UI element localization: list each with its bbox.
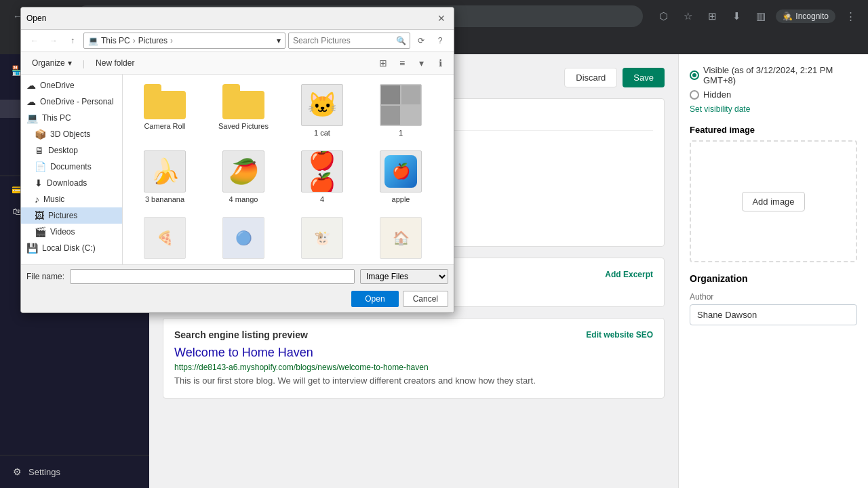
dialog-back-button[interactable]: ← xyxy=(26,33,43,49)
nav-local-disk[interactable]: 💾 Local Disk (C:) xyxy=(21,240,122,256)
search-icon: 🔍 xyxy=(396,36,406,45)
partial3-thumbnail: 🐮 xyxy=(301,217,343,259)
new-folder-button[interactable]: New folder xyxy=(90,57,140,69)
mango-thumbnail: 🥭 xyxy=(222,150,264,192)
nav-downloads[interactable]: ⬇ Downloads xyxy=(21,175,122,191)
file-item-4mango[interactable]: 🥭 4 mango xyxy=(207,146,280,207)
open-button[interactable]: Open xyxy=(351,291,398,307)
nav-onedrive[interactable]: ☁ OneDrive xyxy=(21,77,122,94)
dialog-file-area: Camera Roll Saved Pictures 🐱 xyxy=(123,75,454,264)
dialog-breadcrumb: 💻 This PC › Pictures › ▾ xyxy=(83,33,285,49)
organize-button[interactable]: Organize ▾ xyxy=(26,57,77,69)
videos-label: Videos xyxy=(50,227,75,237)
nav-videos[interactable]: 🎬 Videos xyxy=(21,224,122,240)
collage-label: 1 xyxy=(399,129,403,137)
file-item-partial3[interactable]: 🐮 xyxy=(285,213,359,263)
breadcrumb-icon: 💻 xyxy=(88,36,98,45)
filename-label: File name: xyxy=(26,272,64,281)
mango-label: 4 mango xyxy=(229,195,258,203)
breadcrumb-dropdown[interactable]: ▾ xyxy=(277,36,281,45)
file-item-4apples[interactable]: 🍎🍎 4 xyxy=(285,146,359,207)
dialog-help-button[interactable]: ? xyxy=(432,33,448,49)
nav-onedrive-personal[interactable]: ☁ OneDrive - Personal xyxy=(21,94,122,110)
view-large-icons[interactable]: ⊞ xyxy=(375,55,391,71)
documents-icon: 📄 xyxy=(35,161,46,172)
music-icon: ♪ xyxy=(35,194,39,205)
cat-label: 1 cat xyxy=(314,129,330,137)
onedrive-personal-label: OneDrive - Personal xyxy=(40,97,114,106)
toolbar-divider: | xyxy=(83,58,85,68)
nav-music[interactable]: ♪ Music xyxy=(21,191,122,207)
nav-desktop[interactable]: 🖥 Desktop xyxy=(21,142,122,159)
file-item-partial4[interactable]: 🏠 xyxy=(364,213,437,263)
dialog-info-button[interactable]: ℹ xyxy=(432,55,448,71)
cat-emoji: 🐱 xyxy=(307,91,338,119)
file-item-partial2[interactable]: 🔵 xyxy=(207,213,280,263)
nav-3d-objects[interactable]: 📦 3D Objects xyxy=(21,126,122,142)
pictures-icon: 🖼 xyxy=(35,210,44,221)
collage-cell-2 xyxy=(401,85,421,105)
camera-roll-folder-icon xyxy=(144,84,186,119)
partial4-icon: 🏠 xyxy=(393,230,410,246)
documents-label: Documents xyxy=(50,162,92,171)
partial1-icon: 🍕 xyxy=(157,230,174,246)
dialog-left-nav: ☁ OneDrive ☁ OneDrive - Personal 💻 This … xyxy=(21,75,123,264)
collage-cell-4 xyxy=(401,105,421,125)
breadcrumb-pictures: Pictures xyxy=(138,36,167,45)
filetype-select[interactable]: Image Files All Files xyxy=(360,269,448,284)
apple-file-label: apple xyxy=(392,195,410,203)
view-details[interactable]: ≡ xyxy=(394,55,410,71)
dialog-nav: ← → ↑ 💻 This PC › Pictures › ▾ 🔍 ⟳ ? xyxy=(21,30,454,52)
local-disk-label: Local Disk (C:) xyxy=(42,243,96,253)
banana-label: 3 bananana xyxy=(145,195,184,203)
downloads-label: Downloads xyxy=(47,178,87,188)
dialog-title: Open xyxy=(26,14,46,23)
cancel-button[interactable]: Cancel xyxy=(403,291,448,307)
dialog-titlebar: Open ✕ xyxy=(21,7,454,30)
onedrive-personal-icon: ☁ xyxy=(26,96,36,107)
dialog-actions: Open Cancel xyxy=(21,288,454,312)
dialog-bottom-bar: File name: Image Files All Files xyxy=(21,264,454,288)
file-item-apple[interactable]: 🍎 apple xyxy=(364,146,437,207)
desktop-label: Desktop xyxy=(48,146,78,155)
file-open-dialog: Open ✕ ← → ↑ 💻 This PC › Pictures › ▾ 🔍 … xyxy=(20,7,454,313)
dialog-body: ☁ OneDrive ☁ OneDrive - Personal 💻 This … xyxy=(21,75,454,264)
organize-label: Organize xyxy=(32,58,65,68)
local-disk-icon: 💾 xyxy=(26,243,38,253)
saved-pictures-folder-icon xyxy=(222,84,264,119)
nav-this-pc[interactable]: 💻 This PC xyxy=(21,110,122,126)
dialog-toolbar: Organize ▾ | New folder ⊞ ≡ ▾ ℹ xyxy=(21,52,454,75)
collage-thumbnail xyxy=(380,84,422,126)
file-item-1[interactable]: 1 xyxy=(364,80,437,141)
file-item-saved-pictures[interactable]: Saved Pictures xyxy=(207,80,280,141)
downloads-icon: ⬇ xyxy=(35,178,43,188)
dialog-forward-button[interactable]: → xyxy=(45,33,62,49)
onedrive-icon: ☁ xyxy=(26,80,36,91)
dialog-close-button[interactable]: ✕ xyxy=(435,12,448,25)
filename-input[interactable] xyxy=(70,269,355,284)
apple-blue-icon: 🍎 xyxy=(384,155,417,188)
nav-documents[interactable]: 📄 Documents xyxy=(21,159,122,175)
folder-body xyxy=(144,91,186,119)
view-controls: ⊞ ≡ ▾ ℹ xyxy=(375,55,448,71)
collage-cell-3 xyxy=(380,105,401,125)
dialog-up-button[interactable]: ↑ xyxy=(64,33,81,49)
nav-pictures[interactable]: 🖼 Pictures xyxy=(21,207,122,224)
folder-body2 xyxy=(222,91,264,119)
desktop-icon: 🖥 xyxy=(35,145,44,156)
apples-label: 4 xyxy=(320,195,324,203)
file-item-camera-roll[interactable]: Camera Roll xyxy=(128,80,201,141)
collage-grid xyxy=(380,85,421,125)
dialog-refresh-button[interactable]: ⟳ xyxy=(413,33,429,49)
view-options[interactable]: ▾ xyxy=(413,55,429,71)
file-grid: Camera Roll Saved Pictures 🐱 xyxy=(128,80,448,263)
videos-icon: 🎬 xyxy=(35,226,46,237)
camera-roll-label: Camera Roll xyxy=(144,122,185,130)
banana-thumbnail: 🍌 xyxy=(144,150,186,192)
file-item-1cat[interactable]: 🐱 1 cat xyxy=(285,80,359,141)
dialog-search-input[interactable] xyxy=(288,33,410,49)
breadcrumb-this-pc: This PC xyxy=(101,36,130,45)
breadcrumb-sep2: › xyxy=(170,36,173,45)
file-item-3banana[interactable]: 🍌 3 bananana xyxy=(128,146,201,207)
file-item-partial1[interactable]: 🍕 xyxy=(128,213,201,263)
